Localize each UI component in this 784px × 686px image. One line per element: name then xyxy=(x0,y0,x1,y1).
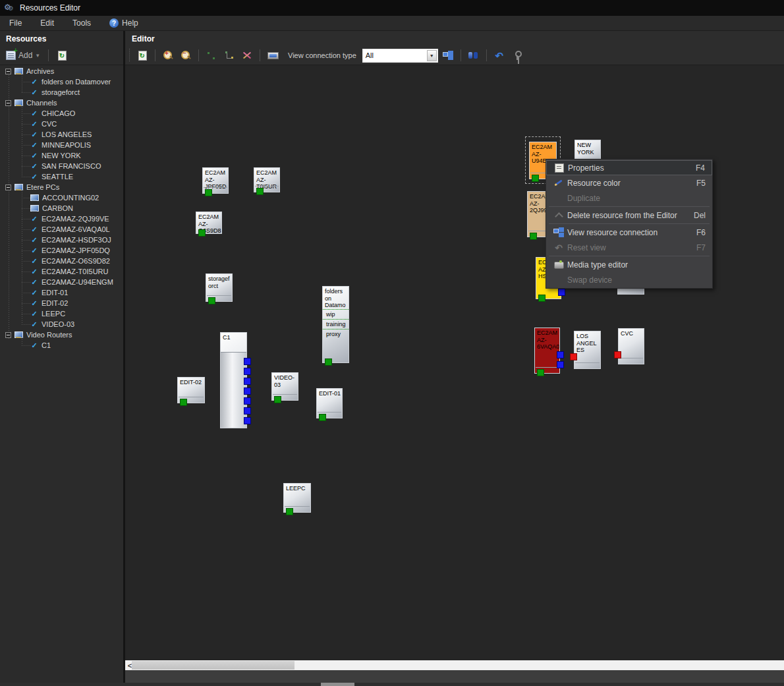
tree-group-channels[interactable]: Channels xyxy=(0,98,123,108)
menu-item-duplicate: Duplicate xyxy=(546,190,712,206)
node-c1-router[interactable]: C1 xyxy=(220,332,247,428)
bottom-scrollbar-thumb[interactable] xyxy=(321,683,354,686)
tree-item-folders-on-datamover[interactable]: ✓folders on Datamover xyxy=(0,76,123,87)
refresh-editor-button[interactable] xyxy=(134,48,150,63)
editor-canvas[interactable]: EC2AMAZ-JPF05DEC2AMAZ-T0I5UREC2AMAZ-O6S9… xyxy=(125,65,784,660)
scrollbar-thumb[interactable] xyxy=(132,661,294,670)
tree-item-san-francisco[interactable]: ✓SAN FRANCISCO xyxy=(0,161,123,171)
collapse-icon[interactable] xyxy=(5,332,11,338)
tree-item-label: folders on Datamover xyxy=(42,78,111,86)
tree-item-seattle[interactable]: ✓SEATTLE xyxy=(0,171,123,182)
node-ec2amaz-jpf05dq[interactable]: EC2AMAZ-JPF05D xyxy=(202,167,229,194)
connector-line-button[interactable] xyxy=(221,48,237,63)
tree-item-ec2amaz-jpf05dq[interactable]: ✓EC2AMAZ-JPF05DQ xyxy=(0,245,123,256)
tree-item-ec2amaz-2qj99ve[interactable]: ✓EC2AMAZ-2QJ99VE xyxy=(0,214,123,224)
node-footer-line xyxy=(285,506,310,507)
tree-group-video-routers[interactable]: Video Routers xyxy=(0,329,123,340)
tree-item-cvc[interactable]: ✓CVC xyxy=(0,119,123,129)
node-leepc[interactable]: LEEPC xyxy=(283,483,311,513)
add-button-label: Add xyxy=(18,51,32,60)
toolbar-grip[interactable] xyxy=(128,49,131,62)
tree-item-ec2amaz-hsdf3oj[interactable]: ✓EC2AMAZ-HSDF3OJ xyxy=(0,235,123,245)
tree-item-ec2amaz-o6s9d82[interactable]: ✓EC2AMAZ-O6S9D82 xyxy=(0,256,123,266)
tree-item-new-york[interactable]: ✓NEW YORK xyxy=(0,150,123,161)
menu-item-shortcut: F7 xyxy=(691,243,706,252)
node-edit-02[interactable]: EDIT-02 xyxy=(177,377,205,403)
zoom-in-button[interactable] xyxy=(160,48,176,63)
tree-item-label: EC2AMAZ-U94ENGM xyxy=(42,278,113,286)
key-button[interactable] xyxy=(509,48,525,63)
menu-item-media-type-editor[interactable]: Media type editor xyxy=(546,257,712,272)
node-folders-on-datamover[interactable]: foldersonDatamowiptrainingproxy xyxy=(322,286,349,363)
red-port xyxy=(570,353,577,360)
tree-item-video-03[interactable]: ✓VIDEO-03 xyxy=(0,319,123,329)
tree-item-ec2amaz-t0i5uru[interactable]: ✓EC2AMAZ-T0I5URU xyxy=(0,266,123,277)
node-los-angeles[interactable]: LOSANGELES xyxy=(574,331,601,369)
menu-item-delete-resource-from-the-editor[interactable]: Delete resource from the EditorDel xyxy=(546,208,712,223)
tree-item-carbon[interactable]: CARBON xyxy=(0,203,123,214)
node-video-03[interactable]: VIDEO-03 xyxy=(271,372,298,401)
node-label: foldersonDatamo xyxy=(323,287,349,309)
tree-item-chicago[interactable]: ✓CHICAGO xyxy=(0,108,123,119)
resources-panel-title: Resources xyxy=(0,31,123,46)
green-port xyxy=(538,295,546,302)
menu-file[interactable]: File xyxy=(0,16,31,30)
red-port xyxy=(614,351,621,358)
reset-view-button[interactable]: ↶ xyxy=(491,48,507,63)
chevron-down-icon[interactable]: ▼ xyxy=(35,53,40,59)
menu-separator xyxy=(549,206,710,207)
view-resource-connection-button[interactable] xyxy=(440,48,456,63)
menu-help[interactable]: ?Help xyxy=(100,16,148,30)
connection-type-select[interactable]: All ▼ xyxy=(362,49,438,63)
tree-item-label: C1 xyxy=(42,341,51,349)
collapse-icon[interactable] xyxy=(5,69,11,74)
tree-item-storageforct[interactable]: ✓storageforct xyxy=(0,87,123,98)
tree-item-edit-02[interactable]: ✓EDIT-02 xyxy=(0,298,123,308)
node-ec2amaz-o6s9d82[interactable]: EC2AMAZ-O6S9D8 xyxy=(196,212,222,234)
node-edit-01[interactable]: EDIT-01 xyxy=(316,388,343,418)
node-cvc[interactable]: CVC xyxy=(618,328,644,364)
collapse-icon[interactable] xyxy=(5,100,11,106)
collapse-icon[interactable] xyxy=(5,185,11,190)
chevron-down-icon[interactable]: ▼ xyxy=(427,50,437,61)
key-icon xyxy=(515,51,520,61)
tree-item-label: EC2AMAZ-6VAQA0L xyxy=(42,225,110,233)
node-ec2amaz-6vaqa0l[interactable]: EC2AMAZ-6VAQA0 xyxy=(534,328,560,374)
tree-item-label: EC2AMAZ-2QJ99VE xyxy=(42,215,109,223)
tree-item-ec2amaz-6vaqa0l[interactable]: ✓EC2AMAZ-6VAQA0L xyxy=(0,224,123,235)
node-ec2amaz-t0i5uru[interactable]: EC2AMAZ-T0I5UR xyxy=(254,167,280,192)
toolbar-separator xyxy=(260,49,260,61)
menu-item-view-resource-connection[interactable]: View resource connectionF6 xyxy=(546,225,712,240)
menu-item-properties[interactable]: PropertiesF4 xyxy=(546,160,712,175)
node-storageforct[interactable]: storageforct xyxy=(206,273,233,302)
context-menu: PropertiesF4Resource colorF5DuplicateDel… xyxy=(546,159,713,289)
add-button[interactable]: Add ▼ xyxy=(3,49,43,61)
editor-panel: Editor View connection type All ▼ ↶ EC2A… xyxy=(125,31,784,686)
tree-item-label: EC2AMAZ-HSDF3OJ xyxy=(42,236,111,244)
tree-group-archives[interactable]: Archives xyxy=(0,66,123,76)
tree-item-c1[interactable]: ✓C1 xyxy=(0,340,123,351)
tree-item-edit-01[interactable]: ✓EDIT-01 xyxy=(0,287,123,298)
tree-item-leepc[interactable]: ✓LEEPC xyxy=(0,308,123,319)
screen-view-button[interactable] xyxy=(265,48,281,63)
menu-edit[interactable]: Edit xyxy=(31,16,63,30)
check-icon: ✓ xyxy=(30,173,38,181)
conn-icon xyxy=(550,227,567,237)
tree-item-los-angeles[interactable]: ✓LOS ANGELES xyxy=(0,129,123,140)
refresh-button[interactable] xyxy=(54,48,70,63)
find-button[interactable] xyxy=(466,48,482,63)
cut-connection-button[interactable] xyxy=(239,48,255,63)
green-port xyxy=(325,358,332,366)
tree-group-etere-pcs[interactable]: Etere PCs xyxy=(0,182,123,192)
tree-item-label: EC2AMAZ-JPF05DQ xyxy=(42,246,110,254)
zoom-out-button[interactable] xyxy=(178,48,194,63)
menu-tools[interactable]: Tools xyxy=(63,16,100,30)
menu-item-resource-color[interactable]: Resource colorF5 xyxy=(546,175,712,190)
blue-port xyxy=(244,368,251,375)
tree-item-ec2amaz-u94engm[interactable]: ✓EC2AMAZ-U94ENGM xyxy=(0,277,123,287)
menu-item-label: Delete resource from the Editor xyxy=(567,211,688,220)
tree-item-accounting02[interactable]: ACCOUNTING02 xyxy=(0,192,123,203)
tree-item-minneapolis[interactable]: ✓MINNEAPOLIS xyxy=(0,140,123,150)
horizontal-scrollbar[interactable]: < xyxy=(125,660,784,670)
connect-points-button[interactable] xyxy=(204,48,219,63)
